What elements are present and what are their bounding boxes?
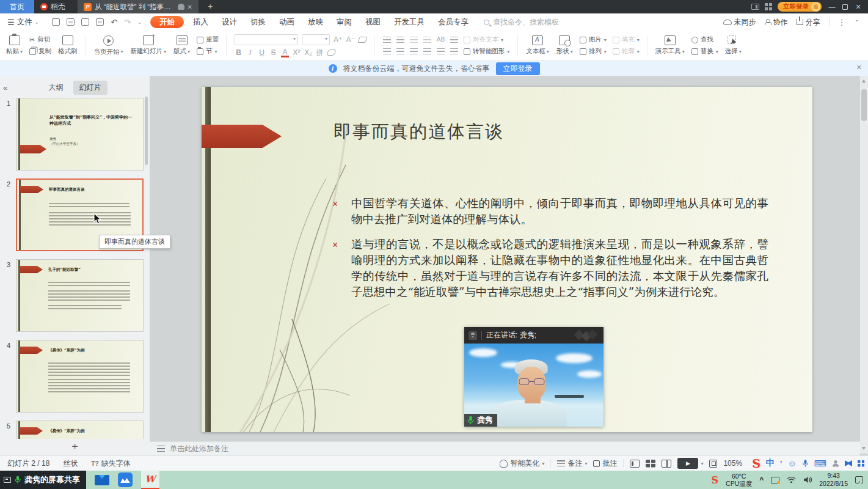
text-direction-button[interactable]: AB (437, 37, 445, 43)
align-right-icon[interactable] (410, 48, 418, 55)
action-center-icon[interactable] (855, 476, 863, 483)
sync-status[interactable]: 未同步 (723, 17, 756, 28)
print-preview-icon[interactable] (96, 18, 104, 26)
increase-indent-icon[interactable] (423, 37, 431, 43)
menu-tab-review[interactable]: 审阅 (330, 17, 359, 28)
comments-toggle[interactable]: 批注 (593, 458, 617, 469)
play-from-current-button[interactable]: 当页开始▾ (90, 35, 127, 56)
decrease-indent-icon[interactable] (410, 37, 418, 43)
cut-button[interactable]: ✂剪切 (29, 35, 51, 44)
collaborate-button[interactable]: 协作 (765, 17, 788, 28)
close-tab-icon[interactable]: ✕ (188, 4, 192, 10)
new-slide-button[interactable]: 新建幻灯片▾ (127, 35, 170, 56)
slide-thumbnail-4[interactable]: 4 《易传》“系辞”为例 (16, 340, 144, 413)
tab-outline[interactable]: 大纲 (43, 81, 70, 95)
arrange-button[interactable]: 排列▾ (580, 47, 607, 56)
menu-tab-view[interactable]: 视图 (359, 17, 387, 28)
outline-button[interactable]: 轮廓▾ (613, 47, 640, 56)
presentation-tools-button[interactable]: 演示工具▾ (652, 35, 688, 56)
undo-icon[interactable]: ↶ (111, 18, 117, 26)
bold-button[interactable]: B (235, 49, 243, 56)
italic-button[interactable]: I (246, 49, 254, 56)
slide-body-textbox[interactable]: × 中国哲学有关道体、心性的阐明中，倾向于即事而真，即物即理地从具体可见的事物中… (331, 196, 768, 309)
columns-icon[interactable] (437, 48, 445, 55)
line-spacing-icon[interactable] (450, 37, 458, 43)
para-spacing-icon[interactable] (450, 48, 458, 55)
tray-display-icon[interactable] (771, 477, 779, 483)
picture-button[interactable]: 图片▾ (580, 35, 607, 44)
speaker-video[interactable]: 龚隽 (464, 344, 604, 427)
ime-toolbox-icon[interactable] (858, 460, 864, 467)
scrollbar-thumb[interactable] (861, 89, 867, 121)
sogou-icon[interactable]: S (752, 457, 760, 470)
fit-slide-button[interactable] (709, 460, 717, 468)
collapse-ribbon-icon[interactable]: ⌃ (855, 19, 859, 26)
file-menu[interactable]: ☰ 文件 ⌄ (7, 17, 38, 28)
menu-tab-transition[interactable]: 切换 (244, 17, 272, 28)
superscript-button[interactable]: X² (293, 49, 301, 56)
textbox-button[interactable]: 文本框▾ (522, 35, 553, 56)
underline-button[interactable]: U (258, 49, 266, 56)
volume-icon[interactable] (803, 476, 812, 483)
justify-icon[interactable] (423, 48, 431, 55)
screen-share-indicator[interactable]: 龚隽的屏幕共享 (0, 471, 86, 489)
menu-tab-home[interactable]: 开始 (150, 16, 184, 28)
taskbar-mail-icon[interactable] (95, 475, 109, 485)
menu-tab-insert[interactable]: 插入 (186, 17, 215, 28)
add-slide-button[interactable]: ＋ (70, 439, 80, 453)
document-scrollbar[interactable] (860, 76, 868, 454)
minimize-button[interactable]: — (827, 3, 837, 10)
missing-fonts-button[interactable]: T? 缺失字体 (91, 458, 130, 469)
share-button[interactable]: 分享 (797, 17, 820, 28)
to-smartart-button[interactable]: 转智能图形▾ (464, 47, 510, 56)
font-color-button[interactable]: A (281, 48, 289, 57)
menu-tab-design[interactable]: 设计 (215, 17, 244, 28)
menu-tab-slideshow[interactable]: 放映 (301, 17, 330, 28)
pinyin-guide-button[interactable]: 拼 (316, 49, 324, 56)
slide-thumbnail-5[interactable]: 5 《易传》“系辞”为例 (16, 421, 144, 439)
ghost-icon[interactable] (178, 4, 184, 10)
command-search[interactable] (484, 18, 585, 26)
print-icon[interactable] (81, 18, 89, 26)
highlighter-icon[interactable] (326, 50, 336, 56)
restore-button[interactable] (842, 4, 848, 10)
paste-button[interactable]: 粘贴▾ (2, 35, 26, 56)
select-button[interactable]: 选择▾ (721, 35, 745, 56)
notes-bar[interactable]: 单击此处添加备注 (150, 441, 860, 455)
tab-slides[interactable]: 幻灯片 (73, 81, 108, 95)
clock-widget[interactable]: 9:43 2022/8/15 (819, 472, 848, 487)
slide-thumbnail-3[interactable]: 3 孔子的“能近取譬” (16, 259, 144, 332)
find-button[interactable]: 查找 (691, 35, 718, 44)
play-slideshow-button[interactable]: ▶ ▾ (677, 458, 703, 469)
tray-sogou-icon[interactable]: S (712, 474, 719, 486)
reset-button[interactable]: 重置 (197, 35, 219, 44)
copy-button[interactable]: 复制 (29, 47, 51, 56)
tray-expand-icon[interactable]: ^ (759, 476, 764, 484)
theme-name[interactable]: 丝状 (63, 458, 78, 469)
video-call-overlay[interactable]: 正在讲话: 龚隽; 龚隽 (464, 327, 604, 427)
slide-thumbnail-1[interactable]: 1 从“能近取譬”到“指事问义”，中国哲学的一种说理方式 龚隽 （中山大学哲学系… (16, 98, 144, 171)
ime-punct-button[interactable]: ’ (780, 459, 782, 468)
taskbar-wps-icon[interactable]: W (141, 471, 159, 489)
align-text-button[interactable]: 对齐文本▾ (464, 35, 503, 44)
section-button[interactable]: 节▾ (197, 47, 219, 56)
wifi-icon[interactable] (787, 476, 796, 483)
align-left-icon[interactable] (383, 48, 391, 55)
subscript-button[interactable]: X₂ (304, 49, 312, 56)
ime-account-icon[interactable] (832, 460, 839, 467)
ime-skin-icon[interactable] (845, 460, 852, 466)
ime-lang-button[interactable]: 中 (766, 458, 775, 469)
cpu-temp-widget[interactable]: 60°C CPU温度 (726, 472, 752, 487)
close-window-button[interactable]: ✕ (853, 3, 863, 11)
zoom-level[interactable]: 105% (723, 459, 742, 468)
grow-font-button[interactable]: A⁺ (334, 36, 342, 43)
numbered-list-icon[interactable] (396, 37, 404, 43)
shrink-font-button[interactable]: A⁻ (346, 36, 354, 43)
search-input[interactable] (493, 18, 585, 26)
notes-toggle[interactable]: 备注▾ (557, 458, 587, 469)
layout-switch-icon[interactable] (751, 4, 759, 10)
format-painter-button[interactable]: 格式刷 (54, 35, 81, 56)
login-button[interactable]: 立即登录 (778, 2, 822, 12)
tab-docer[interactable]: 稻壳 (34, 0, 71, 13)
voice-input-icon[interactable] (802, 459, 809, 468)
